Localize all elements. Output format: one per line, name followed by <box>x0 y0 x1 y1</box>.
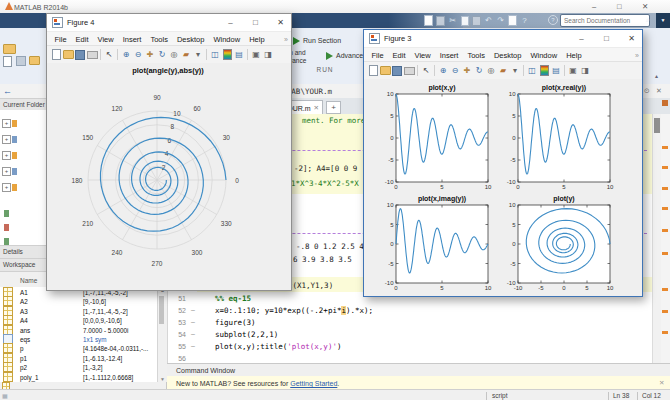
figure4-window-close-button[interactable]: ✕ <box>270 18 291 27</box>
new-figure-icon[interactable] <box>367 65 379 77</box>
pan-icon[interactable]: ✚ <box>144 49 156 61</box>
command-window-header[interactable]: Command Window <box>167 363 670 377</box>
colorbar-icon[interactable] <box>538 65 550 77</box>
main-close-button[interactable]: ✕ <box>642 2 648 12</box>
pin-panel-icon[interactable]: ⊙ <box>644 86 650 95</box>
link-plot-icon[interactable]: ◫ <box>209 49 221 61</box>
workspace-row-A3[interactable]: A3[1,-7,11,-4,-5,-2] <box>0 306 157 315</box>
data-cursor-icon[interactable]: ◎ <box>485 65 497 77</box>
expand-plus-icon[interactable]: + <box>2 151 11 160</box>
menu-tools[interactable]: Tools <box>463 51 490 60</box>
close-panel-icon[interactable]: ✕ <box>656 86 662 95</box>
file-tree-item[interactable] <box>1 222 45 232</box>
zoom-in-icon[interactable]: ⊕ <box>120 49 132 61</box>
ribbon-open-icon[interactable] <box>29 56 40 65</box>
tab-close-icon[interactable]: ✕ <box>314 104 319 112</box>
rotate-3d-icon[interactable]: ↻ <box>473 65 485 77</box>
run-section-button[interactable]: Run Section <box>293 36 341 45</box>
menu-desktop[interactable]: Desktop <box>172 35 209 44</box>
colorbar-icon[interactable] <box>221 49 233 61</box>
workspace-scrollbar[interactable]: ▲ ▼ <box>157 287 167 382</box>
collapse-ribbon-icon[interactable]: ▴ <box>655 72 658 79</box>
file-tree-item[interactable]: + <box>1 150 45 160</box>
current-folder-panel[interactable]: +++++ <box>0 110 47 245</box>
help-icon[interactable]: ? <box>520 16 529 25</box>
workspace-row-p1[interactable]: p1[1,-6.13,-12.4] <box>0 353 157 362</box>
expand-plus-icon[interactable]: + <box>2 183 11 192</box>
details-header[interactable]: Details <box>0 245 49 259</box>
workspace-row-poly_1[interactable]: poly_1[1,-1.1112,0.6668] <box>0 372 157 381</box>
menu-window[interactable]: Window <box>526 51 562 60</box>
file-tree-item[interactable] <box>1 208 45 218</box>
figure4-window-minimize-button[interactable]: – <box>220 18 241 27</box>
legend-icon[interactable]: ▤ <box>550 65 562 77</box>
back-arrow-icon[interactable]: ← <box>3 86 12 96</box>
workspace-header[interactable]: Workspace <box>0 258 49 272</box>
figure3-window-close-button[interactable]: ✕ <box>621 34 642 43</box>
warning-marker-icon[interactable] <box>662 288 668 291</box>
ribbon-grid-icon[interactable] <box>16 56 26 66</box>
save-figure-icon[interactable] <box>74 49 86 61</box>
banner-close-icon[interactable]: ✕ <box>659 379 664 387</box>
show-plot-tools-icon[interactable]: ◨ <box>262 49 274 61</box>
new-figure-icon[interactable] <box>50 49 62 61</box>
ribbon-folder-icon[interactable] <box>3 44 16 54</box>
save-figure-icon[interactable] <box>391 65 403 77</box>
copy-icon[interactable] <box>460 16 469 25</box>
menu-insert[interactable]: Insert <box>435 51 463 60</box>
message-summary-icon[interactable] <box>662 100 668 106</box>
workspace-row-A4[interactable]: A4[0,0,0,9,-10,6] <box>0 315 157 324</box>
pan-icon[interactable]: ✚ <box>461 65 473 77</box>
file-tree-item[interactable]: + <box>1 182 45 192</box>
menu-help[interactable]: Help <box>245 35 269 44</box>
main-maximize-button[interactable]: □ <box>617 2 622 12</box>
warning-marker-icon[interactable] <box>662 331 668 334</box>
undo-icon[interactable]: ↶ <box>484 16 493 25</box>
print-figure-icon[interactable] <box>86 49 98 61</box>
search-input[interactable] <box>560 14 650 27</box>
workspace-row-ans[interactable]: ans7.0000 - 5.0000i <box>0 325 157 334</box>
figure3-window-maximize-button[interactable]: □ <box>596 34 617 43</box>
zoom-out-icon[interactable]: ⊖ <box>449 65 461 77</box>
expand-plus-icon[interactable]: + <box>2 167 11 176</box>
menu-edit[interactable]: Edit <box>388 51 410 60</box>
link-plot-icon[interactable]: ◫ <box>526 65 538 77</box>
legend-icon[interactable]: ▤ <box>233 49 245 61</box>
brush-dropdown-icon[interactable]: ▾ <box>509 65 521 77</box>
show-plot-tools-icon[interactable]: ◨ <box>579 65 591 77</box>
help-circle-icon[interactable]: ? <box>548 15 558 25</box>
menu-insert[interactable]: Insert <box>118 35 146 44</box>
main-minimize-button[interactable]: – <box>592 2 596 12</box>
warning-marker-icon[interactable] <box>662 310 668 313</box>
edit-plot-icon[interactable]: ↖ <box>420 65 432 77</box>
workspace-row-p[interactable]: p[4.1648e-04,-0.0311,-... <box>0 343 157 352</box>
menu-help[interactable]: Help <box>562 51 586 60</box>
file-tree-item[interactable]: + <box>1 118 45 128</box>
figure3-window-minimize-button[interactable]: – <box>571 34 592 43</box>
menu-overflow-icon[interactable]: » <box>635 52 639 59</box>
workspace-name-header[interactable]: Name <box>20 277 37 285</box>
menu-tools[interactable]: Tools <box>146 35 173 44</box>
cut-icon[interactable]: ✂ <box>448 16 457 25</box>
edit-plot-icon[interactable]: ↖ <box>103 49 115 61</box>
redo-icon[interactable]: ↷ <box>496 16 505 25</box>
menu-desktop[interactable]: Desktop <box>489 51 526 60</box>
warning-marker-icon[interactable] <box>662 229 668 232</box>
hide-plot-tools-icon[interactable]: ▣ <box>250 49 262 61</box>
save-icon[interactable] <box>436 16 445 25</box>
figure3-window-titlebar[interactable]: Figure 3–□✕ <box>364 30 642 47</box>
expand-plus-icon[interactable]: + <box>2 119 11 128</box>
workspace-scroll-thumb[interactable] <box>159 296 164 324</box>
open-file-icon[interactable] <box>379 65 391 77</box>
search-icon[interactable]: ⌕ <box>646 16 650 24</box>
menu-file[interactable]: File <box>367 51 388 60</box>
menu-file[interactable]: File <box>50 35 71 44</box>
zoom-out-icon[interactable]: ⊖ <box>132 49 144 61</box>
brush-dropdown-icon[interactable]: ▾ <box>192 49 204 61</box>
workspace-row-p2[interactable]: p2[1,-3,2] <box>0 362 157 371</box>
getting-started-link[interactable]: Getting Started <box>290 380 337 387</box>
ribbon-doc-icon[interactable] <box>3 56 12 67</box>
new-tab-button[interactable]: + <box>326 101 341 114</box>
warning-marker-icon[interactable] <box>662 146 668 149</box>
warning-marker-icon[interactable] <box>662 166 668 169</box>
